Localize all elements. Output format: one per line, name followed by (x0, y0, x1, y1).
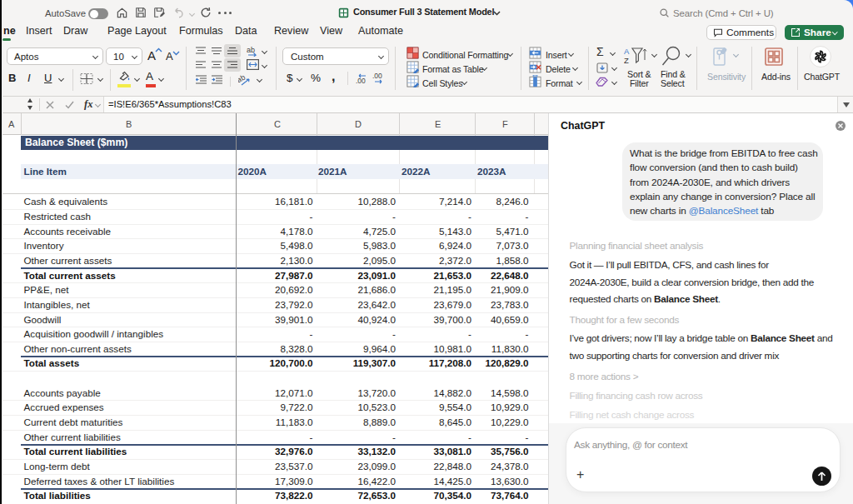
svg-text:Z: Z (624, 56, 629, 65)
svg-text:.00: .00 (372, 72, 382, 80)
svg-text:A: A (624, 47, 630, 56)
svg-text:.00: .00 (356, 77, 366, 84)
svg-text:ab: ab (238, 75, 247, 84)
